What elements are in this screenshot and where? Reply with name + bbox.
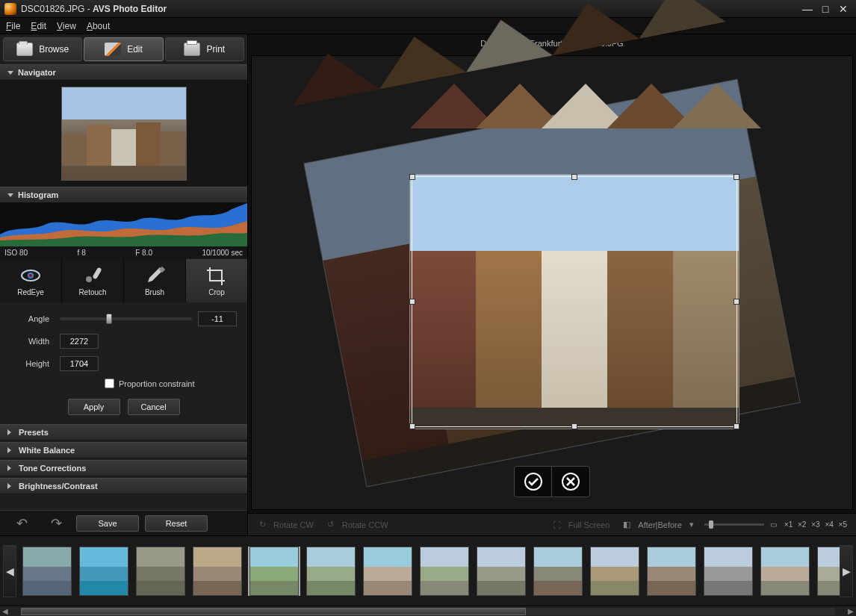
tool-strip: RedEye Retouch Brush Crop (0, 259, 247, 302)
scroll-left-icon[interactable]: ◀ (0, 606, 10, 617)
eye-icon (19, 266, 42, 285)
scrollbar-thumb[interactable] (21, 608, 526, 615)
zoom-x1[interactable]: ×1 (783, 520, 794, 529)
angle-input[interactable] (198, 311, 237, 326)
filmstrip-thumb[interactable] (477, 547, 526, 596)
redo-button[interactable]: ↷ (42, 515, 70, 532)
panel-white-balance-header[interactable]: White Balance (0, 442, 247, 458)
crop-handle-tr[interactable] (734, 174, 739, 180)
panel-brightness-contrast-header[interactable]: Brightness/Contrast (0, 478, 247, 494)
mode-browse[interactable]: Browse (3, 37, 82, 61)
crop-rectangle[interactable] (412, 176, 737, 427)
hist-aperture: F 8.0 (135, 249, 152, 257)
horizontal-scrollbar[interactable]: ◀ ▶ (0, 606, 856, 616)
filmstrip-thumb[interactable] (79, 547, 128, 596)
menu-about[interactable]: About (87, 21, 110, 31)
brush-icon (143, 266, 166, 285)
check-circle-icon (524, 472, 543, 491)
height-label: Height (10, 359, 52, 368)
rotate-cw-button[interactable]: ↻Rotate CW (255, 518, 314, 532)
crop-handle-tl[interactable] (409, 174, 415, 180)
photo-cropped-preview (410, 175, 739, 429)
apply-button[interactable]: Apply (68, 399, 120, 415)
svg-rect-3 (92, 267, 102, 279)
histogram-info: ISO 80 f 8 F 8.0 10/1000 sec (0, 246, 247, 259)
save-button[interactable]: Save (76, 515, 139, 532)
filmstrip-thumb[interactable] (363, 547, 412, 596)
angle-slider[interactable] (60, 317, 192, 320)
crop-handle-bm[interactable] (571, 423, 577, 429)
crop-accept-button[interactable] (515, 467, 552, 497)
minimize-button[interactable]: ― (799, 3, 816, 15)
crop-handle-tm[interactable] (571, 174, 577, 180)
canvas-area[interactable] (251, 55, 853, 510)
crop-handle-rm[interactable] (734, 299, 739, 305)
reset-button[interactable]: Reset (145, 515, 208, 532)
width-label: Width (10, 337, 52, 346)
slider-thumb[interactable] (106, 314, 112, 324)
tool-brush[interactable]: Brush (124, 259, 186, 302)
filmstrip-thumb[interactable] (817, 547, 840, 596)
printer-icon (184, 43, 200, 56)
histogram-display (0, 203, 247, 246)
zoom-slider[interactable] (704, 523, 764, 526)
filmstrip-thumb[interactable] (590, 547, 639, 596)
filmstrip-thumb[interactable] (420, 547, 469, 596)
rotate-ccw-icon: ↺ (324, 518, 338, 532)
scroll-right-icon[interactable]: ▶ (846, 606, 856, 617)
tool-retouch[interactable]: Retouch (62, 259, 124, 302)
filmstrip-next[interactable]: ▶ (840, 545, 853, 597)
filmstrip-thumb[interactable] (193, 547, 242, 596)
undo-button[interactable]: ↶ (7, 515, 36, 532)
filmstrip-thumb[interactable] (249, 547, 299, 596)
close-button[interactable]: ✕ (835, 3, 852, 15)
rotate-ccw-button[interactable]: ↺Rotate CCW (324, 518, 388, 532)
filmstrip-thumb[interactable] (647, 547, 696, 596)
zoom-x2[interactable]: ×2 (796, 520, 807, 529)
cancel-button[interactable]: Cancel (128, 399, 180, 415)
menu-edit[interactable]: Edit (31, 21, 46, 31)
proportion-constraint-label: Proportion constraint (119, 379, 195, 388)
filmstrip-thumb[interactable] (136, 547, 185, 596)
svg-point-2 (29, 274, 32, 277)
crop-handle-lm[interactable] (409, 299, 415, 305)
tool-redeye[interactable]: RedEye (0, 259, 62, 302)
svg-rect-4 (86, 276, 92, 282)
menu-file[interactable]: File (6, 21, 20, 31)
tool-crop[interactable]: Crop (186, 259, 247, 302)
crop-reject-button[interactable] (552, 467, 589, 497)
full-screen-button[interactable]: ⛶Full Screen (550, 518, 610, 532)
mode-print[interactable]: Print (165, 37, 244, 61)
filmstrip-thumb[interactable] (760, 547, 810, 596)
height-input[interactable] (60, 356, 99, 371)
filmstrip-thumb[interactable] (704, 547, 753, 596)
panel-presets-header[interactable]: Presets (0, 424, 247, 441)
zoom-slider-thumb[interactable] (709, 520, 713, 529)
proportion-constraint-checkbox[interactable] (105, 379, 114, 388)
panel-navigator-body (0, 81, 247, 187)
mode-edit[interactable]: Edit (84, 37, 163, 61)
zoom-x4[interactable]: ×4 (823, 520, 834, 529)
fit-screen-icon[interactable]: ▭ (770, 520, 777, 529)
after-before-toggle[interactable]: ◧After|Before▾ (620, 518, 694, 532)
filmstrip-thumb[interactable] (306, 547, 356, 596)
panel-tone-corrections-header[interactable]: Tone Corrections (0, 460, 247, 476)
crop-handle-bl[interactable] (409, 423, 415, 429)
folder-icon (16, 43, 33, 56)
filmstrip-thumb[interactable] (22, 547, 72, 596)
dropdown-icon: ▾ (689, 520, 694, 529)
panel-navigator-header[interactable]: Navigator (0, 64, 247, 81)
menu-view[interactable]: View (57, 21, 76, 31)
crop-handle-br[interactable] (734, 423, 739, 429)
filmstrip-thumb[interactable] (533, 547, 583, 596)
panel-histogram-header[interactable]: Histogram (0, 187, 247, 203)
zoom-x5[interactable]: ×5 (837, 520, 849, 529)
maximize-button[interactable]: □ (817, 3, 834, 15)
left-sidebar: Browse Edit Print Navigator Histogram IS… (0, 34, 248, 535)
filmstrip-prev[interactable]: ◀ (3, 545, 16, 597)
navigator-thumbnail[interactable] (61, 87, 187, 181)
zoom-x3[interactable]: ×3 (810, 520, 821, 529)
width-input[interactable] (60, 334, 99, 349)
fullscreen-icon: ⛶ (550, 518, 564, 532)
canvas-toolbar: ↻Rotate CW ↺Rotate CCW ⛶Full Screen ◧Aft… (248, 513, 856, 535)
